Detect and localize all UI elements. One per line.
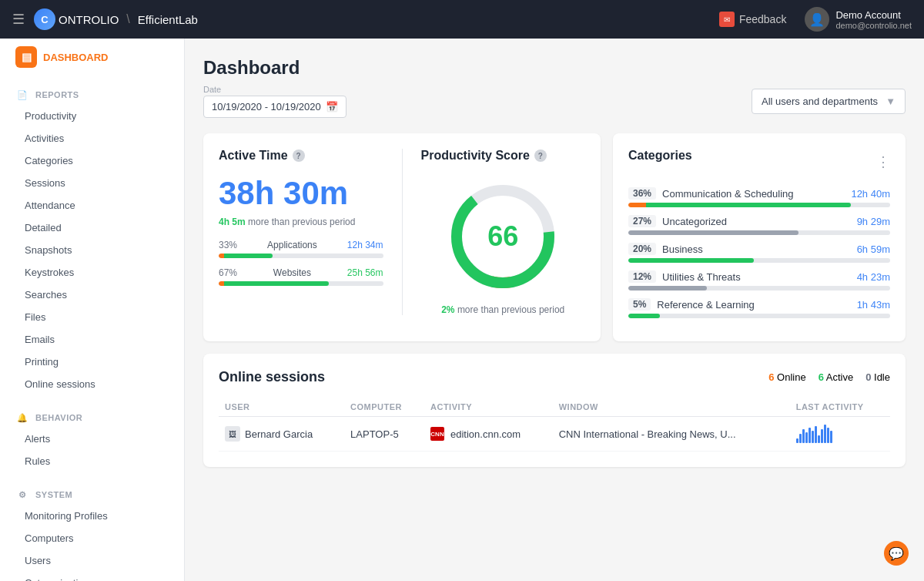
activity-bar-12 [830,431,832,443]
sidebar-item-keystrokes[interactable]: Keystrokes [0,261,184,284]
applications-bar-fill [219,254,273,258]
date-picker[interactable]: 10/19/2020 - 10/19/2020 📅 [203,96,346,118]
cards-row: Active Time ? 38h 30m 4h 5m more than pr… [203,133,906,341]
cat-name-3: Business [662,243,857,255]
cat-bar-fill-3 [628,258,754,263]
feedback-icon: ✉ [719,12,735,27]
activity-bar-8 [818,435,820,443]
dashboard-label: DASHBOARD [43,52,109,63]
cat-bar-track-1 [628,203,890,207]
sidebar-item-snapshots[interactable]: Snapshots [0,239,184,261]
category-row-2: 27% Uncategorized 9h 29m [628,215,890,235]
activity-bar-5 [808,428,811,443]
websites-label: Websites [273,267,311,278]
cat-pct-2: 27% [628,215,656,227]
activity-bar-7 [815,426,817,443]
card-divider [402,149,403,315]
sidebar-section-reports: 📄 REPORTS Productivity Activities Catego… [0,76,184,398]
online-count: 6 [768,371,774,383]
cat-bar-track-3 [628,258,890,263]
sidebar-item-searches[interactable]: Searches [0,284,184,306]
sidebar-item-activities[interactable]: Activities [0,127,184,149]
cat-bar-fill-2 [628,230,798,235]
sidebar-item-rules[interactable]: Rules [0,450,184,472]
sidebar-item-online-sessions[interactable]: Online sessions [0,373,184,395]
productivity-section: Productivity Score ? [421,149,586,315]
sidebar-item-users[interactable]: Users [0,549,184,572]
categories-menu-icon[interactable]: ⋮ [876,153,890,170]
sidebar-item-attendance[interactable]: Attendance [0,194,184,217]
date-row: Date 10/19/2020 - 10/19/2020 📅 All users… [203,85,906,118]
table-row: 🖼 Bernard Garcia LAPTOP-5 CNN edition.cn… [219,417,890,452]
date-label: Date [203,85,346,94]
dashboard-icon: ▤ [15,46,37,68]
sessions-header: Online sessions 6 Online 6 Active 0 Idle [219,369,890,385]
sessions-table: USER COMPUTER ACTIVITY WINDOW LAST ACTIV… [219,398,890,452]
logo: C ONTROLIO \ EfficientLab [34,8,198,30]
sidebar-item-sessions[interactable]: Sessions [0,172,184,194]
sidebar-item-files[interactable]: Files [0,306,184,328]
logo-icon: C [34,8,55,30]
cat-pct-5: 5% [628,298,651,311]
categories-card: Categories ⋮ 36% Communication & Schedul… [613,133,906,341]
sidebar-item-categorization[interactable]: Categorization [0,572,184,581]
category-row-3: 20% Business 6h 59m [628,243,890,263]
productivity-title: Productivity Score ? [421,149,547,163]
cat-bar-fill-5 [628,314,660,318]
col-window: WINDOW [553,398,790,417]
cat-name-4: Utilities & Threats [662,271,857,283]
category-row-5: 5% Reference & Learning 1h 43m [628,298,890,318]
user-info: 👤 Demo Account demo@controlio.net [805,7,912,32]
behavior-section-header: 🔔 BEHAVIOR [0,408,184,428]
col-user: USER [219,398,344,417]
productivity-score: 66 [487,220,518,253]
sidebar-item-computers[interactable]: Computers [0,527,184,549]
productivity-help-icon: ? [534,149,547,162]
productivity-delta: 2% [441,304,454,315]
active-time-delta-text: more than previous period [248,217,355,227]
active-count: 6 [819,371,824,383]
logo-text: ONTROLIO [59,13,119,26]
cat-val-4: 4h 23m [857,271,890,283]
sidebar-item-alerts[interactable]: Alerts [0,428,184,450]
active-time-value: 38h 30m [219,175,383,212]
hamburger-icon[interactable]: ☰ [12,11,25,28]
feedback-button[interactable]: ✉ Feedback [719,12,786,27]
reports-section-header: 📄 REPORTS [0,85,184,105]
behavior-label: BEHAVIOR [35,413,82,422]
sidebar-item-dashboard[interactable]: ▤ DASHBOARD [0,39,184,76]
logo-letter: C [41,14,48,25]
cat-val-5: 1h 43m [857,299,890,311]
sidebar-item-emails[interactable]: Emails [0,328,184,351]
sidebar-section-system: ⚙ SYSTEM Monitoring Profiles Computers U… [0,475,184,581]
date-range-value: 10/19/2020 - 10/19/2020 [212,101,321,113]
row-activity: CNN edition.cnn.com [424,417,553,452]
users-dropdown[interactable]: All users and departments ▼ [752,89,906,114]
sessions-title: Online sessions [219,369,325,385]
row-last-activity [790,417,890,452]
sidebar-item-monitoring-profiles[interactable]: Monitoring Profiles [0,505,184,527]
active-time-card: Active Time ? 38h 30m 4h 5m more than pr… [203,133,601,341]
sidebar-item-productivity[interactable]: Productivity [0,105,184,127]
feedback-label: Feedback [739,13,786,25]
categories-title: Categories [628,149,692,163]
websites-bar-row: 67% Websites 25h 56m [219,267,383,286]
sidebar-item-categories[interactable]: Categories [0,149,184,172]
system-section-header: ⚙ SYSTEM [0,485,184,505]
categories-header: Categories ⋮ [628,149,890,175]
chat-bubble-button[interactable]: 💬 [884,541,909,566]
active-time-delta: 4h 5m [219,217,246,227]
activity-bars [796,425,884,443]
sidebar-item-printing[interactable]: Printing [0,351,184,373]
websites-bar-track [219,281,383,286]
row-computer: LAPTOP-5 [344,417,424,452]
row-window: CNN International - Breaking News, U... [553,417,790,452]
col-activity: ACTIVITY [424,398,553,417]
active-time-hours: 38h [219,175,274,211]
websites-val: 25h 56m [347,267,383,278]
stat-online: 6 Online [768,371,805,383]
cat-bar-track-5 [628,314,890,318]
sidebar-item-detailed[interactable]: Detailed [0,217,184,239]
system-label: SYSTEM [35,490,72,499]
chevron-down-icon: ▼ [886,96,896,107]
